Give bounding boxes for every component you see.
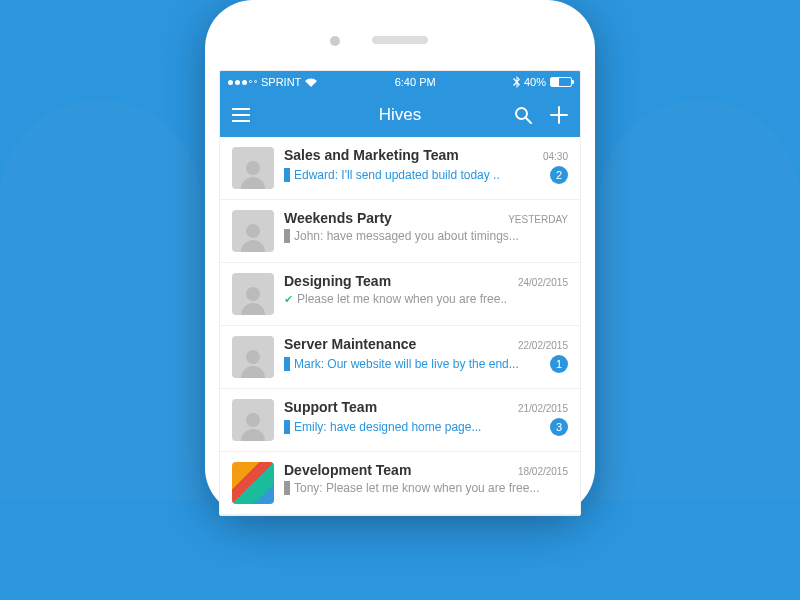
chat-preview-text: Mark: Our website will be live by the en… [294,357,519,371]
chat-preview: Emily: have designed home page... [284,420,481,434]
chat-preview-text: Edward: I'll send updated build today .. [294,168,500,182]
unread-badge: 2 [550,166,568,184]
chat-time: YESTERDAY [508,214,568,225]
menu-button[interactable] [232,108,250,122]
battery-percent: 40% [524,76,546,88]
play-icon [284,229,290,243]
chat-list[interactable]: Sales and Marketing Team04:30Edward: I'l… [220,137,580,515]
play-icon [284,168,290,182]
nav-bar: Hives [220,93,580,137]
wifi-icon [305,78,317,87]
play-icon [284,481,290,495]
chat-title: Server Maintenance [284,336,416,352]
sent-check-icon: ✔ [284,293,293,306]
signal-icon [228,80,257,85]
chat-item[interactable]: Server Maintenance22/02/2015Mark: Our we… [220,326,580,389]
chat-time: 22/02/2015 [518,340,568,351]
battery-icon [550,77,572,87]
chat-item[interactable]: Designing Team24/02/2015✔Please let me k… [220,263,580,326]
chat-preview: John: have messaged you about timings... [284,229,519,243]
chat-title: Development Team [284,462,411,478]
avatar [232,399,274,441]
chat-preview: ✔Please let me know when you are free.. [284,292,507,306]
chat-item[interactable]: Development Team18/02/2015Tony: Please l… [220,452,580,515]
status-bar: SPRINT 6:40 PM 40% [220,71,580,93]
phone-speaker [372,36,428,44]
chat-preview-text: John: have messaged you about timings... [294,229,519,243]
status-time: 6:40 PM [395,76,436,88]
unread-badge: 1 [550,355,568,373]
chat-title: Sales and Marketing Team [284,147,459,163]
page-title: Hives [379,105,422,125]
chat-preview: Tony: Please let me know when you are fr… [284,481,539,495]
bluetooth-icon [513,76,520,88]
avatar [232,273,274,315]
chat-time: 21/02/2015 [518,403,568,414]
chat-preview-text: Emily: have designed home page... [294,420,481,434]
chat-preview-text: Tony: Please let me know when you are fr… [294,481,539,495]
phone-camera [330,36,340,46]
avatar [232,147,274,189]
phone-screen: SPRINT 6:40 PM 40% Hives Sales and M [219,70,581,516]
phone-frame: SPRINT 6:40 PM 40% Hives Sales and M [205,0,595,516]
avatar [232,336,274,378]
chat-item[interactable]: Support Team21/02/2015Emily: have design… [220,389,580,452]
chat-title: Weekends Party [284,210,392,226]
add-button[interactable] [550,106,568,124]
play-icon [284,357,290,371]
chat-title: Support Team [284,399,377,415]
chat-preview: Edward: I'll send updated build today .. [284,168,500,182]
chat-item[interactable]: Weekends PartyYESTERDAYJohn: have messag… [220,200,580,263]
chat-preview: Mark: Our website will be live by the en… [284,357,519,371]
chat-title: Designing Team [284,273,391,289]
avatar [232,462,274,504]
carrier-label: SPRINT [261,76,301,88]
svg-line-1 [526,118,531,123]
chat-time: 24/02/2015 [518,277,568,288]
chat-time: 18/02/2015 [518,466,568,477]
avatar [232,210,274,252]
chat-time: 04:30 [543,151,568,162]
chat-preview-text: Please let me know when you are free.. [297,292,507,306]
search-button[interactable] [514,106,532,124]
unread-badge: 3 [550,418,568,436]
chat-item[interactable]: Sales and Marketing Team04:30Edward: I'l… [220,137,580,200]
play-icon [284,420,290,434]
